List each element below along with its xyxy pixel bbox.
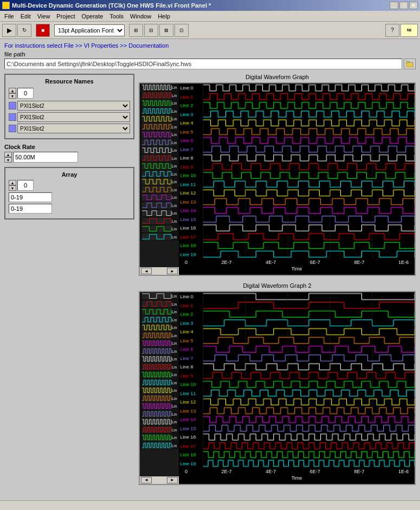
menu-view[interactable]: View <box>34 12 54 21</box>
graph1-title: Digital Waveform Graph <box>139 74 416 80</box>
graph1-main-canvas <box>179 83 415 259</box>
graph1-x1: 2E-7 <box>222 260 232 265</box>
graph2-thumb-list <box>140 292 179 476</box>
menu-operate[interactable]: Operate <box>79 12 107 21</box>
run-continuous-button[interactable]: ↻ <box>17 24 31 37</box>
graph1-x0: 0 <box>185 260 188 265</box>
graph1-x-labels: 0 2E-7 4E-7 6E-7 8E-7 1E-6 <box>185 259 409 266</box>
graph2-nav-left[interactable]: ◄ <box>141 477 152 483</box>
window-title: Multi-Device Dynamic Generation (TClk) O… <box>12 2 390 9</box>
instructions-link[interactable]: For instructions select File >> VI Prope… <box>4 42 416 49</box>
array-label: Array <box>9 171 130 178</box>
maximize-button[interactable]: □ <box>399 2 408 9</box>
graph2-thumb-nav: ◄ ► <box>140 476 179 484</box>
graph2-container: ◄ ► 0 2E-7 4E-7 <box>139 291 416 485</box>
array-num-up[interactable]: ▲ <box>9 180 16 185</box>
file-path-input[interactable] <box>4 59 402 69</box>
window-controls: _ □ ✕ <box>390 2 418 9</box>
graph2-x-axis: 0 2E-7 4E-7 6E-7 8E-7 1E-6 Time <box>179 468 415 484</box>
graph2-x-title: Time <box>292 475 302 481</box>
clock-num-up[interactable]: ▲ <box>4 152 12 157</box>
clock-rate-label: Clock Rate <box>4 144 134 150</box>
main-content: For instructions select File >> VI Prope… <box>0 39 420 500</box>
graph1-thumb-list <box>140 83 179 267</box>
graph2-thumb-canvas <box>140 292 179 449</box>
graph1-x-title: Time <box>292 266 302 272</box>
graph2-thumbnails: ◄ ► <box>140 292 179 483</box>
array-val1-input[interactable] <box>9 192 52 202</box>
graph1-thumb-canvas <box>140 83 179 241</box>
resource-dropdown-2[interactable]: PXI1Slot2 <box>17 112 130 122</box>
resource-num-down[interactable]: ▼ <box>9 93 16 99</box>
graph2-x2: 4E-7 <box>266 469 276 474</box>
menu-help[interactable]: Help <box>154 12 173 21</box>
waveform-panel-2: Digital Waveform Graph 2 ◄ ► <box>139 282 416 485</box>
resource-names-title: Resource Names <box>9 78 130 85</box>
array-val2-input[interactable] <box>9 204 52 214</box>
resource-dropdown-3[interactable]: PXI1Slot2 <box>17 124 130 133</box>
help-context-button[interactable]: ? <box>385 24 399 37</box>
graph2-x3: 6E-7 <box>310 469 320 474</box>
array-num-down[interactable]: ▼ <box>9 185 16 191</box>
resource-icon-1 <box>9 102 16 109</box>
menu-tools[interactable]: Tools <box>106 12 127 21</box>
font-selector[interactable]: 13pt Application Font <box>54 24 125 36</box>
menu-edit[interactable]: Edit <box>17 12 34 21</box>
clock-num-arrows: ▲ ▼ <box>4 152 12 163</box>
array-box: Array ▲ ▼ <box>4 167 134 220</box>
distribute-button[interactable]: ⊟ <box>144 24 158 37</box>
graph1-x2: 4E-7 <box>266 260 276 265</box>
waveform-panel-1: Digital Waveform Graph ◄ ► <box>139 74 416 276</box>
graph1-nav-right[interactable]: ► <box>167 268 178 274</box>
graph2-title: Digital Waveform Graph 2 <box>139 282 416 289</box>
graph1-nav-left[interactable]: ◄ <box>141 268 152 274</box>
browse-folder-button[interactable] <box>404 59 416 69</box>
graph1-inner: ◄ ► 0 2E-7 4E-7 <box>140 83 415 275</box>
panels-row: Resource Names ▲ ▼ PXI1Slot2 <box>4 74 416 492</box>
ni-logo: NI <box>400 24 418 37</box>
reorder-button[interactable]: ⊡ <box>175 24 189 37</box>
array-val1-row <box>9 192 130 202</box>
bottom-scrollbar[interactable] <box>0 500 420 509</box>
graph2-x5: 1E-6 <box>398 469 409 474</box>
resource-icon-2 <box>9 113 16 121</box>
right-panel: Digital Waveform Graph ◄ ► <box>139 74 416 492</box>
resize-button[interactable]: ⊠ <box>159 24 173 37</box>
menu-file[interactable]: File <box>1 12 17 21</box>
graph1-x5: 1E-6 <box>398 260 409 265</box>
graph2-x1: 2E-7 <box>222 469 232 474</box>
close-button[interactable]: ✕ <box>409 2 418 9</box>
menu-project[interactable]: Project <box>53 12 78 21</box>
resource-num-field[interactable] <box>17 88 34 99</box>
graph1-container: ◄ ► 0 2E-7 4E-7 <box>139 82 416 276</box>
graph2-inner: ◄ ► 0 2E-7 4E-7 <box>140 292 415 483</box>
graph1-thumb-nav: ◄ ► <box>140 267 179 275</box>
clock-rate-row: ▲ ▼ <box>4 152 134 163</box>
graph2-x0: 0 <box>185 469 188 474</box>
clock-num-down[interactable]: ▼ <box>4 157 12 163</box>
abort-button[interactable]: ■ <box>36 24 50 37</box>
run-arrow-button[interactable]: ▶ <box>2 24 16 37</box>
minimize-button[interactable]: _ <box>390 2 398 9</box>
file-path-row <box>4 59 416 69</box>
graph2-nav-right[interactable]: ► <box>167 477 178 483</box>
graph2-x-labels: 0 2E-7 4E-7 6E-7 8E-7 1E-6 <box>185 468 409 475</box>
graph2-main: 0 2E-7 4E-7 6E-7 8E-7 1E-6 Time <box>179 292 415 483</box>
array-index-field[interactable] <box>17 180 34 191</box>
resource-num-up[interactable]: ▲ <box>9 88 16 93</box>
resource-num-arrows: ▲ ▼ <box>9 88 16 99</box>
resource-dropdown-3-row: PXI1Slot2 <box>9 124 130 133</box>
resource-dropdown-2-row: PXI1Slot2 <box>9 112 130 122</box>
svg-rect-1 <box>406 61 409 63</box>
resource-names-box: Resource Names ▲ ▼ PXI1Slot2 <box>4 74 134 139</box>
app-icon <box>2 2 10 9</box>
resource-numeric-ctrl: ▲ ▼ <box>9 88 130 99</box>
array-index-row: ▲ ▼ <box>9 180 130 191</box>
left-panel: Resource Names ▲ ▼ PXI1Slot2 <box>4 74 134 492</box>
menu-window[interactable]: Window <box>127 12 154 21</box>
align-button[interactable]: ⊞ <box>129 24 143 37</box>
array-num-arrows: ▲ ▼ <box>9 180 16 191</box>
clock-rate-input[interactable] <box>13 152 78 163</box>
resource-dropdown-1[interactable]: PXI1Slot2 <box>17 101 130 111</box>
graph1-x4: 8E-7 <box>354 260 364 265</box>
